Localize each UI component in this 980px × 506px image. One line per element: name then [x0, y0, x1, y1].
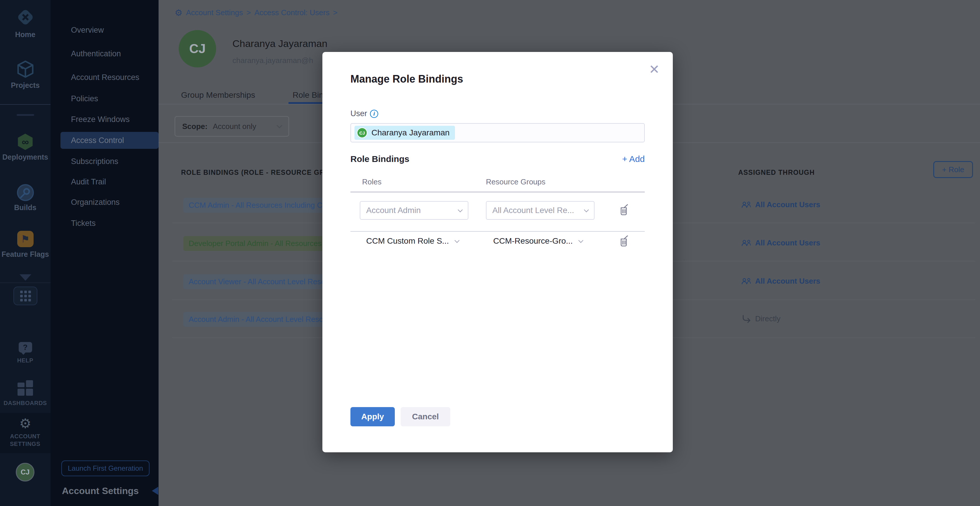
subnav-item-tickets[interactable]: Tickets [71, 219, 96, 228]
subnav-item-access-control[interactable]: Access Control [71, 136, 124, 145]
assigned-directly: Directly [742, 314, 781, 323]
collapse-nav-icon[interactable] [152, 487, 158, 495]
rail-chevron-down-icon[interactable] [19, 274, 31, 281]
column-header-assigned-through: ASSIGNED THROUGH [738, 169, 815, 176]
role-binding-chip[interactable]: Account Admin - All Account Level Resour [183, 312, 335, 327]
assigned-through-link[interactable]: All Account Users [742, 200, 820, 209]
launch-first-generation-button[interactable]: Launch First Generation [61, 460, 150, 476]
column-header-role-bindings: ROLE BINDINGS (ROLE - RESOURCE GROUP) [181, 169, 343, 176]
breadcrumb-separator: > [333, 8, 337, 17]
subnav-item-account-resources[interactable]: Account Resources [71, 73, 139, 82]
help-chat-icon: ? [19, 342, 32, 352]
modal-table-divider [350, 192, 645, 192]
grid-icon [20, 291, 31, 301]
subnav-item-subscriptions[interactable]: Subscriptions [71, 157, 118, 166]
breadcrumb-account-settings[interactable]: Account Settings [186, 8, 243, 17]
rail-label: Builds [0, 203, 51, 212]
module-rail: Home Projects ∞ Deployments Builds ⚑ [0, 0, 51, 506]
subnav-item-policies[interactable]: Policies [71, 94, 98, 103]
user-label-text: User [350, 109, 367, 118]
breadcrumb-gear-icon: ⚙ [175, 8, 183, 18]
role-binding-chip[interactable]: CCM Admin - All Resources Including Chil [183, 198, 335, 213]
role-binding-chip[interactable]: Account Viewer - All Account Level Resou [183, 274, 335, 289]
role-select[interactable]: CCM Custom Role S... [366, 236, 459, 246]
user-chip-avatar: CJ [357, 127, 368, 138]
rail-item-help[interactable]: ? HELP [0, 342, 51, 364]
gear-icon: ⚙ [0, 417, 51, 430]
rail-item-deployments[interactable]: ∞ Deployments [0, 134, 51, 161]
resource-group-select-value: CCM-Resource-Gro... [493, 236, 573, 246]
modal-column-resource-groups: Resource Groups [486, 178, 546, 186]
role-select-disabled[interactable]: Account Admin [360, 201, 468, 220]
harness-logo-icon [14, 6, 36, 28]
rail-item-builds[interactable]: Builds [0, 184, 51, 212]
rail-item-dashboards[interactable]: DASHBOARDS [0, 380, 51, 406]
add-role-button[interactable]: + Role [933, 161, 973, 178]
user-group-icon [742, 240, 752, 247]
builds-icon [17, 184, 34, 201]
role-binding-chip[interactable]: Developer Portal Admin - All Resources I… [183, 236, 335, 251]
chevron-down-icon [277, 122, 282, 128]
info-icon[interactable]: i [370, 110, 378, 118]
subnav-bottom-title: Account Settings [62, 485, 139, 496]
profile-avatar: CJ [179, 30, 216, 67]
role-select-value: CCM Custom Role S... [366, 236, 449, 246]
rail-item-account-settings[interactable]: ⚙ ACCOUNT SETTINGS [0, 417, 51, 447]
subnav-item-audit-trail[interactable]: Audit Trail [71, 178, 106, 186]
assigned-through-link[interactable]: All Account Users [742, 277, 820, 286]
feature-flags-icon: ⚑ [17, 231, 33, 247]
subnav-item-authentication[interactable]: Authentication [71, 49, 121, 59]
chevron-down-icon [455, 238, 460, 243]
cube-icon [17, 60, 34, 78]
rail-label: DASHBOARDS [0, 400, 51, 406]
resource-group-select-value: All Account Level Re... [492, 206, 574, 215]
resource-group-select-disabled[interactable]: All Account Level Re... [486, 201, 595, 220]
rail-label: Deployments [0, 153, 51, 161]
delete-trash-icon[interactable] [619, 235, 629, 247]
subnav-item-overview[interactable]: Overview [71, 26, 104, 35]
rail-divider [0, 104, 51, 105]
apply-button[interactable]: Apply [350, 407, 395, 426]
manage-role-bindings-modal: ✕ Manage Role Bindings User i CJ Charany… [322, 52, 673, 452]
rail-item-projects[interactable]: Projects [0, 60, 51, 90]
close-icon[interactable]: ✕ [649, 62, 660, 77]
rail-item-feature-flags[interactable]: ⚑ Feature Flags [0, 231, 51, 259]
scope-label: Scope: [182, 122, 208, 131]
assigned-through-label: All Account Users [755, 200, 820, 209]
add-role-binding-button[interactable]: + Add [622, 154, 645, 164]
user-input[interactable]: CJ Charanya Jayaraman [350, 123, 645, 143]
resource-group-select[interactable]: CCM-Resource-Gro... [493, 236, 582, 246]
rail-dash [17, 114, 34, 116]
subnav-item-freeze-windows[interactable]: Freeze Windows [71, 115, 130, 124]
dashboards-icon [18, 380, 33, 396]
chevron-down-icon [458, 207, 463, 212]
role-bindings-section-title: Role Bindings [350, 154, 409, 164]
modal-row-divider [350, 231, 645, 232]
role-select-value: Account Admin [366, 206, 421, 215]
subnav-item-organizations[interactable]: Organizations [71, 198, 120, 207]
scope-value: Account only [213, 122, 256, 131]
user-avatar[interactable]: CJ [16, 463, 35, 482]
profile-name: Charanya Jayaraman [232, 38, 327, 49]
cancel-button[interactable]: Cancel [401, 407, 450, 426]
rail-label: ACCOUNT SETTINGS [8, 433, 43, 447]
modal-title: Manage Role Bindings [350, 73, 463, 85]
rail-label: HELP [0, 357, 51, 364]
breadcrumb-access-control-users[interactable]: Access Control: Users [255, 8, 329, 17]
module-grid-button[interactable] [13, 287, 37, 305]
breadcrumb-separator: > [247, 8, 251, 17]
deployments-icon: ∞ [17, 134, 33, 150]
scope-select[interactable]: Scope: Account only [175, 116, 289, 136]
profile-email: charanya.jayaraman@h [232, 56, 313, 65]
user-group-icon [742, 278, 752, 285]
settings-subnav: Overview Authentication Account Resource… [51, 0, 159, 506]
chevron-down-icon [579, 238, 584, 243]
assigned-through-label: Directly [755, 314, 781, 323]
modal-column-roles: Roles [362, 178, 381, 186]
user-chip-name: Charanya Jayaraman [371, 128, 450, 138]
tab-group-memberships[interactable]: Group Memberships [181, 90, 255, 100]
assigned-through-link[interactable]: All Account Users [742, 238, 820, 247]
user-group-icon [742, 201, 752, 208]
delete-trash-icon[interactable] [619, 204, 629, 216]
rail-item-home[interactable]: Home [0, 6, 51, 39]
